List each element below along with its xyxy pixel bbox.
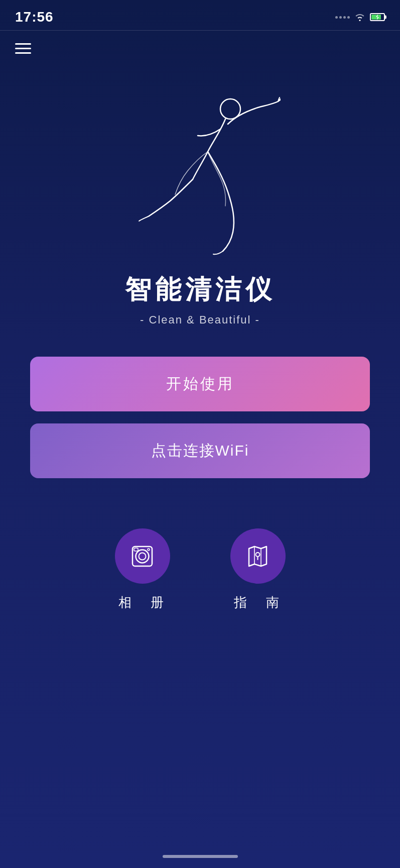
- album-icon: [128, 542, 156, 570]
- album-icon-circle: [115, 528, 170, 584]
- hamburger-line-1: [15, 43, 31, 45]
- app-subtitle: - Clean & Beautiful -: [140, 313, 260, 327]
- hamburger-menu[interactable]: [15, 43, 31, 54]
- status-time: 17:56: [15, 9, 54, 25]
- hamburger-line-3: [15, 52, 31, 54]
- buttons-container: 开始使用 点击连接WiFi: [30, 357, 370, 478]
- dancer-illustration: [120, 86, 281, 257]
- nav-bar: [0, 31, 400, 66]
- album-item[interactable]: 相 册: [115, 528, 170, 611]
- status-bar: 17:56: [0, 0, 400, 30]
- logo-container: [120, 86, 281, 257]
- svg-rect-5: [134, 548, 138, 551]
- svg-point-6: [148, 549, 150, 551]
- guide-label: 指 南: [234, 594, 282, 611]
- svg-marker-0: [376, 14, 379, 20]
- bottom-icons: 相 册 指 南: [30, 528, 370, 611]
- wifi-connect-button[interactable]: 点击连接WiFi: [30, 423, 370, 478]
- app-title: 智能清洁仪: [125, 272, 276, 307]
- svg-point-4: [139, 553, 146, 560]
- signal-dots-icon: [335, 16, 350, 19]
- svg-point-3: [136, 550, 149, 563]
- guide-icon-circle: [230, 528, 286, 584]
- svg-point-9: [256, 553, 260, 557]
- main-content: 智能清洁仪 - Clean & Beautiful - 开始使用 点击连接WiF…: [0, 66, 400, 611]
- home-indicator: [163, 855, 238, 858]
- start-button[interactable]: 开始使用: [30, 357, 370, 411]
- battery-icon: [370, 13, 385, 21]
- hamburger-line-2: [15, 48, 31, 49]
- status-icons: [335, 13, 385, 22]
- guide-icon: [244, 542, 272, 570]
- wifi-icon: [354, 13, 366, 22]
- guide-item[interactable]: 指 南: [230, 528, 286, 611]
- album-label: 相 册: [118, 594, 167, 611]
